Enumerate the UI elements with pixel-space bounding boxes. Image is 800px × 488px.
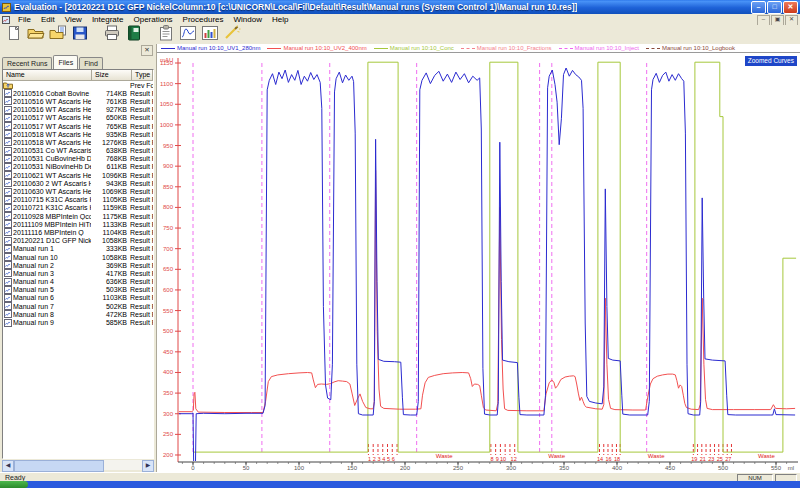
file-name: Manual run 4	[13, 278, 91, 285]
file-type: Result File	[130, 180, 153, 187]
window-minimize-button[interactable]: –	[751, 1, 766, 14]
menu-help[interactable]: Help	[267, 15, 293, 24]
file-row[interactable]: 20110621 WT Ascaris Hemoglobin1096KBResu…	[3, 171, 153, 179]
file-size: 503KB	[91, 286, 130, 293]
menu-integrate[interactable]: Integrate	[87, 15, 129, 24]
zoomed-curves-badge[interactable]: Zoomed Curves	[745, 56, 797, 66]
file-row[interactable]: 20110516 WT Ascaris Hemoglobin...927KBRe…	[3, 106, 153, 114]
file-type: Result File	[130, 245, 153, 252]
legend-entry[interactable]: Manual run 10:10_UV1_280nm	[161, 45, 260, 51]
file-row[interactable]: 20110516 Cobalt Bovine Hemoglo...714KBRe…	[3, 89, 153, 97]
file-name: Manual run 7	[13, 303, 91, 310]
result-file-icon	[3, 310, 13, 318]
save-button[interactable]	[69, 26, 91, 44]
result-file-icon	[3, 302, 13, 310]
svg-text:300: 300	[506, 465, 517, 471]
svg-text:5: 5	[387, 456, 390, 462]
legend-entry[interactable]: Manual run 10:10_Conc	[374, 45, 454, 51]
file-row[interactable]: 20120221 D1C GFP NickelColumn1058KBResul…	[3, 237, 153, 245]
window-close-button[interactable]: ✕	[783, 1, 798, 14]
file-row[interactable]: 20110630 2 WT Ascaris Hemoglob...943KBRe…	[3, 179, 153, 187]
print-button[interactable]	[101, 26, 123, 44]
svg-text:200: 200	[400, 465, 411, 471]
svg-text:25: 25	[717, 456, 723, 462]
file-row[interactable]: 20110715 K31C Ascaris Hemoglob...1105KBR…	[3, 196, 153, 204]
navigator-tabs: Recent RunsFilesFind	[2, 56, 154, 69]
menu-procedures[interactable]: Procedures	[178, 15, 229, 24]
svg-text:350: 350	[163, 390, 174, 396]
document-system-icon[interactable]	[2, 16, 10, 24]
file-row[interactable]: Manual run 4636KBResult File	[3, 278, 153, 286]
svg-text:10: 10	[500, 456, 506, 462]
file-row[interactable]: 20110517 WT Ascaris Hemoglobin...650KBRe…	[3, 114, 153, 122]
column-header-type[interactable]: Type	[132, 70, 153, 81]
file-row[interactable]: 20110531 NiBovineHb Desalt611KBResult Fi…	[3, 163, 153, 171]
chromatogram-plot[interactable]: 2002503003504004505005506006507007508008…	[157, 54, 800, 471]
file-row[interactable]: 20110516 WT Ascaris Hemoglobin...761KBRe…	[3, 97, 153, 105]
file-row[interactable]: Manual run 9585KBResult File	[3, 318, 153, 326]
svg-text:400: 400	[612, 465, 623, 471]
file-row[interactable]: 20110928 MBPIntein Qcolum1175KBResult Fi…	[3, 212, 153, 220]
file-row[interactable]: 20110518 WT Ascaris Hemoglobin...1276KBR…	[3, 138, 153, 146]
scrollbar-thumb[interactable]	[14, 460, 104, 472]
legend-entry[interactable]: Manual run 10:10_Fractions	[461, 45, 552, 51]
file-type: Result File	[130, 270, 153, 277]
menu-window[interactable]: Window	[229, 15, 267, 24]
peak-table-chart-button[interactable]	[199, 26, 221, 44]
svg-text:450: 450	[163, 349, 174, 355]
file-row[interactable]: 20110721 K31C Ascaris Hemoglob...1159KBR…	[3, 204, 153, 212]
svg-text:100: 100	[294, 465, 305, 471]
window-maximize-button[interactable]: □	[767, 1, 782, 14]
new-document-button[interactable]	[3, 26, 25, 44]
file-row[interactable]: Manual run 3417KBResult File	[3, 269, 153, 277]
scroll-right-icon[interactable]: ▶	[142, 460, 154, 472]
file-row[interactable]: 20110518 WT Ascaris Hemoglobin...935KBRe…	[3, 130, 153, 138]
x-axis: 050100150200250300350400450500550ml	[178, 462, 798, 471]
file-row[interactable]: Manual run 7502KBResult File	[3, 302, 153, 310]
wand-button[interactable]	[221, 26, 243, 44]
file-row[interactable]: 20110531 Co WT Ascaris Hb638KBResult Fil…	[3, 147, 153, 155]
start-button[interactable]	[0, 481, 28, 488]
file-row[interactable]: Manual run 8472KBResult File	[3, 310, 153, 318]
report-icon	[157, 25, 175, 45]
svg-text:850: 850	[163, 184, 174, 190]
file-size: 650KB	[91, 114, 130, 121]
file-list: Prev Folder20110516 Cobalt Bovine Hemogl…	[3, 81, 153, 327]
file-row[interactable]: 20111109 MBPIntein HiTrapQ1133KBResult F…	[3, 220, 153, 228]
tab-files[interactable]: Files	[53, 55, 78, 69]
menu-operations[interactable]: Operations	[128, 15, 177, 24]
file-row[interactable]: 20111116 MBPIntein Q1104KBResult File	[3, 228, 153, 236]
column-header-name[interactable]: Name	[3, 70, 92, 81]
report-button[interactable]	[155, 26, 177, 44]
open-result-folder-button[interactable]	[47, 26, 69, 44]
tab-find[interactable]: Find	[79, 57, 103, 69]
legend-entry[interactable]: Manual run 10:10_Inject	[559, 45, 639, 51]
file-navigator-panel: ✕ Recent RunsFilesFind NameSizeType Prev…	[0, 44, 157, 472]
menu-file[interactable]: File	[13, 15, 36, 24]
open-folder-button[interactable]	[25, 26, 47, 44]
legend-entry[interactable]: Manual run 10:10_Logbook	[646, 45, 735, 51]
svg-text:500: 500	[718, 465, 729, 471]
file-row[interactable]: Manual run 1333KBResult File	[3, 245, 153, 253]
file-row[interactable]: Manual run 61103KBResult File	[3, 294, 153, 302]
horizontal-scrollbar[interactable]: ◀ ▶	[2, 460, 154, 470]
scroll-left-icon[interactable]: ◀	[2, 460, 14, 472]
file-name: Manual run 8	[13, 311, 91, 318]
menu-edit[interactable]: Edit	[36, 15, 60, 24]
file-row[interactable]: Manual run 101058KBResult File	[3, 253, 153, 261]
legend-entry[interactable]: Manual run 10:10_UV2_400nm	[267, 45, 366, 51]
tab-recent-runs[interactable]: Recent Runs	[2, 57, 52, 69]
panel-top-strip: ✕	[0, 44, 156, 56]
curves-chart-button[interactable]	[177, 26, 199, 44]
column-header-size[interactable]: Size	[92, 70, 132, 81]
menu-view[interactable]: View	[60, 15, 87, 24]
file-row[interactable]: 20110630 WT Ascaris Hemoglobin...1069KBR…	[3, 187, 153, 195]
panel-close-icon[interactable]: ✕	[141, 45, 153, 56]
method-notebook-button[interactable]	[123, 26, 145, 44]
file-row[interactable]: Manual run 2369KBResult File	[3, 261, 153, 269]
file-row[interactable]: 20110531 CuBovineHb Desalt768KBResult Fi…	[3, 155, 153, 163]
file-row[interactable]: 20110517 WT Ascaris Hemoglobin...765KBRe…	[3, 122, 153, 130]
file-name: 20110630 WT Ascaris Hemoglobin...	[13, 188, 91, 195]
parent-folder-row[interactable]: Prev Folder	[3, 81, 153, 89]
file-row[interactable]: Manual run 5503KBResult File	[3, 286, 153, 294]
